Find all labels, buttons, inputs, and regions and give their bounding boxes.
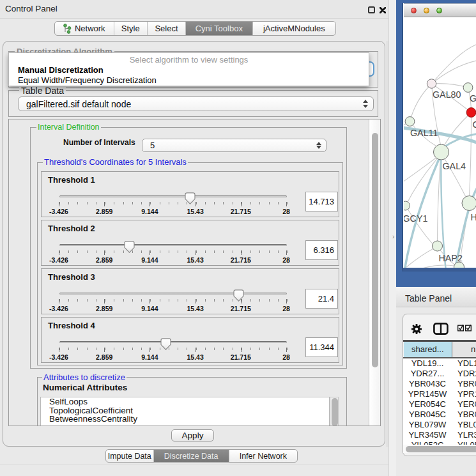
svg-text:C: C — [472, 119, 476, 130]
svg-text:GA: GA — [470, 93, 476, 104]
svg-text:HAP2: HAP2 — [438, 253, 462, 263]
svg-text:GAL11: GAL11 — [410, 128, 438, 138]
svg-text:GAL4: GAL4 — [442, 161, 466, 171]
svg-text:HA: HA — [470, 212, 476, 222]
svg-text:GCY1: GCY1 — [404, 213, 427, 224]
svg-text:GAL80: GAL80 — [433, 89, 461, 100]
